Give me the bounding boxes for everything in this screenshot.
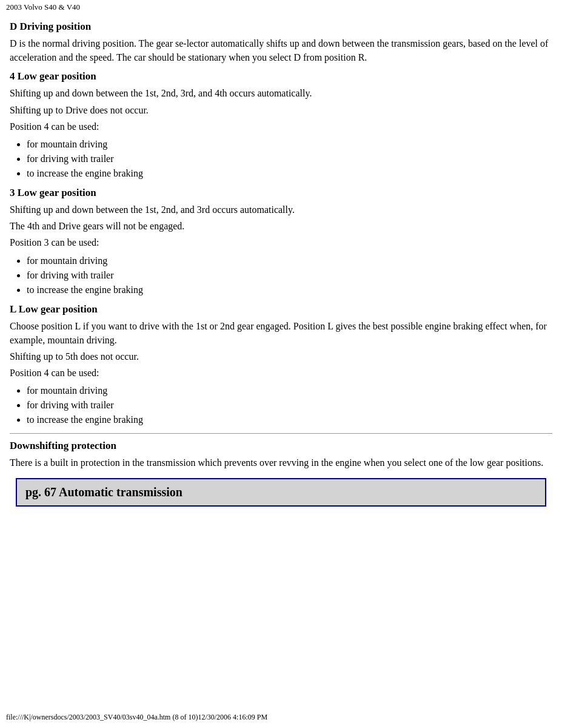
list-item: for driving with trailer bbox=[27, 268, 552, 283]
section-d-driving-title: D Driving position bbox=[10, 21, 552, 33]
list-item: to increase the engine braking bbox=[27, 166, 552, 181]
section-3-low-body: Shifting up and down between the 1st, 2n… bbox=[10, 203, 552, 297]
section-4-low-bullets: for mountain driving for driving with tr… bbox=[27, 137, 552, 181]
list-item: for mountain driving bbox=[27, 383, 552, 398]
section-3-low-p2: The 4th and Drive gears will not be enga… bbox=[10, 219, 552, 233]
top-bar-title: 2003 Volvo S40 & V40 bbox=[6, 2, 80, 12]
section-l-low: L Low gear position Choose position L if… bbox=[10, 303, 552, 428]
section-3-low-bullets: for mountain driving for driving with tr… bbox=[27, 254, 552, 297]
section-downshifting-p1: There is a built in protection in the tr… bbox=[10, 456, 552, 470]
section-4-low-p2: Shifting up to Drive does not occur. bbox=[10, 103, 552, 117]
page-footer-box: pg. 67 Automatic transmission bbox=[16, 478, 546, 507]
section-3-low-p1: Shifting up and down between the 1st, 2n… bbox=[10, 203, 552, 217]
section-l-low-body: Choose position L if you want to drive w… bbox=[10, 319, 552, 428]
list-item: for mountain driving bbox=[27, 254, 552, 268]
section-divider bbox=[10, 433, 552, 434]
section-d-driving-body: D is the normal driving position. The ge… bbox=[10, 36, 552, 64]
section-4-low-p3: Position 4 can be used: bbox=[10, 120, 552, 133]
list-item: for driving with trailer bbox=[27, 398, 552, 413]
list-item: to increase the engine braking bbox=[27, 283, 552, 297]
section-3-low-p3: Position 3 can be used: bbox=[10, 235, 552, 249]
section-3-low-title: 3 Low gear position bbox=[10, 187, 552, 199]
bottom-bar: file:///K|/ownersdocs/2003/2003_SV40/03s… bbox=[6, 713, 267, 722]
section-downshifting-title: Downshifting protection bbox=[10, 440, 552, 452]
top-bar: 2003 Volvo S40 & V40 bbox=[0, 0, 562, 15]
section-4-low-p1: Shifting up and down between the 1st, 2n… bbox=[10, 86, 552, 100]
section-3-low: 3 Low gear position Shifting up and down… bbox=[10, 187, 552, 297]
section-d-driving-p1: D is the normal driving position. The ge… bbox=[10, 36, 552, 64]
page-footer-label: pg. 67 Automatic transmission bbox=[25, 485, 182, 499]
section-d-driving: D Driving position D is the normal drivi… bbox=[10, 21, 552, 64]
list-item: for driving with trailer bbox=[27, 152, 552, 166]
section-4-low: 4 Low gear position Shifting up and down… bbox=[10, 70, 552, 181]
bottom-bar-text: file:///K|/ownersdocs/2003/2003_SV40/03s… bbox=[6, 713, 267, 721]
section-l-low-p3: Position 4 can be used: bbox=[10, 366, 552, 380]
section-l-low-title: L Low gear position bbox=[10, 303, 552, 315]
section-downshifting-body: There is a built in protection in the tr… bbox=[10, 456, 552, 470]
main-content: D Driving position D is the normal drivi… bbox=[0, 15, 562, 519]
list-item: for mountain driving bbox=[27, 137, 552, 152]
section-4-low-title: 4 Low gear position bbox=[10, 70, 552, 83]
section-downshifting: Downshifting protection There is a built… bbox=[10, 440, 552, 470]
section-l-low-bullets: for mountain driving for driving with tr… bbox=[27, 383, 552, 427]
section-l-low-p2: Shifting up to 5th does not occur. bbox=[10, 349, 552, 363]
section-l-low-p1: Choose position L if you want to drive w… bbox=[10, 319, 552, 347]
section-4-low-body: Shifting up and down between the 1st, 2n… bbox=[10, 86, 552, 181]
list-item: to increase the engine braking bbox=[27, 413, 552, 427]
